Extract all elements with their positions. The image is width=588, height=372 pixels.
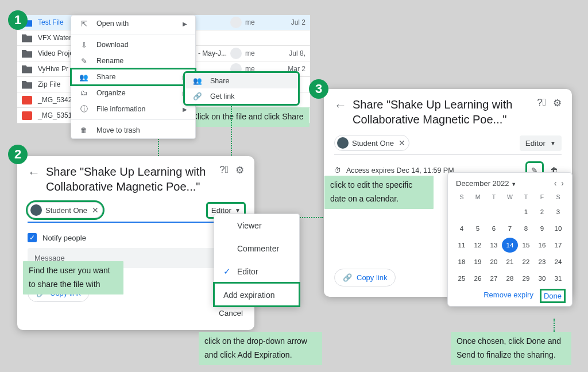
dialog-title: Share "Shake Up Learning with Collaborat… [353, 97, 531, 127]
menu-share[interactable]: 👥Share▶ [71, 69, 195, 85]
cancel-button[interactable]: Cancel [219, 309, 243, 317]
notify-checkbox[interactable]: ✓ [28, 233, 37, 242]
calendar-month[interactable]: December 2022 ▼ [456, 179, 516, 188]
role-dropdown[interactable]: Editor ▼ [520, 135, 562, 151]
day-cell[interactable]: 12 [470, 238, 486, 253]
day-cell[interactable]: 29 [518, 271, 534, 286]
gear-icon[interactable]: ⚙ [553, 97, 562, 109]
day-cell[interactable]: 25 [454, 271, 470, 286]
day-cell[interactable]: 5 [470, 221, 486, 236]
help-icon[interactable]: ?⃝ [219, 164, 229, 176]
rename-icon: ✎ [79, 56, 88, 65]
owner-avatar-icon [230, 48, 242, 59]
add-expiration[interactable]: Add expiration [214, 283, 299, 306]
step-3-badge: 3 [309, 79, 328, 99]
step-2-badge: 2 [8, 145, 28, 164]
dialog-title: Share "Shake Up Learning with Collaborat… [46, 164, 214, 194]
menu-organize[interactable]: 🗂Organize▶ [71, 85, 195, 101]
day-cell[interactable]: 11 [454, 238, 470, 253]
gear-icon[interactable]: ⚙ [235, 164, 244, 176]
remove-chip-icon[interactable]: ✕ [92, 206, 99, 215]
remove-chip-icon[interactable]: ✕ [399, 138, 405, 148]
day-cell[interactable]: 24 [550, 254, 566, 269]
role-option-label: Editor [237, 267, 258, 276]
menu-label: Open with [96, 20, 129, 28]
prev-month-icon[interactable]: ‹ [554, 179, 557, 188]
role-commenter[interactable]: Commenter [214, 237, 299, 260]
remove-expiry-button[interactable]: Remove expiry [483, 290, 533, 301]
day-cell[interactable]: 8 [518, 221, 534, 236]
file-date: Jul 2 [277, 18, 305, 26]
day-cell[interactable]: 3 [550, 204, 566, 219]
user-avatar-icon [30, 204, 42, 216]
step-1-badge: 1 [8, 10, 28, 30]
file-list-panel: Test File me Jul 2 VFX Water Video Proje… [17, 15, 310, 123]
date-picker: December 2022 ▼ ‹ › SMTWTFS1234567891011… [447, 172, 572, 307]
back-arrow-icon[interactable]: ← [334, 98, 347, 113]
day-cell[interactable]: 2 [534, 204, 550, 219]
chip-label: Student One [352, 139, 394, 148]
day-cell[interactable]: 15 [518, 238, 534, 253]
menu-label: Rename [96, 57, 123, 65]
help-icon[interactable]: ?⃝ [537, 97, 546, 109]
role-viewer[interactable]: Viewer [214, 214, 299, 237]
menu-rename[interactable]: ✎Rename [71, 53, 195, 69]
day-cell[interactable]: 20 [486, 254, 502, 269]
day-cell[interactable]: 30 [534, 271, 550, 286]
role-label: Editor [525, 139, 546, 148]
user-chip[interactable]: Student One ✕ [28, 202, 103, 218]
mid-label: 1 - May-J... [192, 49, 227, 57]
day-cell[interactable]: 7 [502, 221, 518, 236]
folder-icon [22, 65, 32, 73]
chevron-down-icon: ▼ [235, 207, 241, 214]
file-owner: me [245, 18, 277, 26]
day-cell[interactable]: 9 [534, 221, 550, 236]
day-cell[interactable]: 18 [454, 254, 470, 269]
day-cell[interactable]: 17 [550, 238, 566, 253]
day-cell[interactable]: 21 [502, 254, 518, 269]
day-cell[interactable]: 13 [486, 238, 502, 253]
day-cell[interactable]: 27 [486, 271, 502, 286]
user-chip[interactable]: Student One ✕ [334, 135, 409, 151]
image-icon [22, 111, 32, 120]
back-arrow-icon[interactable]: ← [28, 165, 40, 180]
callout-find-user: Find the user you wantto share the file … [23, 261, 123, 294]
day-cell[interactable]: 23 [534, 254, 550, 269]
menu-label: Get link [210, 92, 234, 100]
menu-file-info[interactable]: ⓘFile information▶ [71, 101, 195, 117]
next-month-icon[interactable]: › [561, 179, 564, 188]
file-owner: me [245, 49, 277, 57]
day-cell[interactable]: 10 [550, 221, 566, 236]
link-icon: 🔗 [193, 92, 202, 101]
day-cell[interactable]: 28 [502, 271, 518, 286]
day-cell[interactable]: 1 [518, 204, 534, 219]
dow-label: S [454, 191, 470, 203]
folder-icon [22, 49, 32, 58]
divider [71, 119, 195, 120]
day-cell[interactable]: 31 [550, 271, 566, 286]
menu-trash[interactable]: 🗑Move to trash [71, 122, 195, 138]
role-option-label: Add expiration [223, 290, 275, 300]
dow-label: T [486, 191, 502, 203]
notify-label: Notify people [42, 234, 86, 242]
copy-link-button[interactable]: 🔗 Copy link [334, 269, 396, 286]
dow-label: T [518, 191, 534, 203]
done-button[interactable]: Done [541, 290, 564, 301]
info-icon: ⓘ [79, 104, 88, 114]
submenu-get-link[interactable]: 🔗Get link [185, 88, 298, 104]
day-cell[interactable]: 22 [518, 254, 534, 269]
day-cell[interactable]: 19 [470, 254, 486, 269]
dow-label: S [550, 191, 566, 203]
menu-open-with[interactable]: ⇱Open with▶ [71, 16, 195, 32]
day-cell[interactable]: 6 [486, 221, 502, 236]
day-cell[interactable]: 4 [454, 221, 470, 236]
menu-download[interactable]: ⇩Download [71, 37, 195, 53]
role-editor[interactable]: ✓Editor [214, 260, 299, 283]
dow-label: M [470, 191, 486, 203]
day-cell[interactable]: 14 [502, 238, 518, 253]
submenu-share[interactable]: 👥Share [185, 73, 298, 88]
menu-label: Share [210, 77, 229, 85]
day-cell[interactable]: 26 [470, 271, 486, 286]
share-icon: 👥 [79, 72, 88, 82]
day-cell[interactable]: 16 [534, 238, 550, 253]
